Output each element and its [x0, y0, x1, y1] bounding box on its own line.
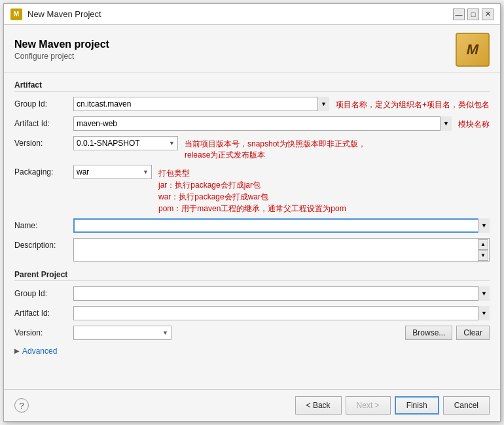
dialog-window: M New Maven Project — □ ✕ New Maven proj… [3, 3, 501, 422]
group-id-annotation: 项目名称，定义为组织名+项目名，类似包名 [336, 97, 490, 110]
wizard-header: New Maven project Configure project M [4, 25, 500, 73]
artifact-section-title: Artifact [14, 80, 490, 92]
description-input[interactable] [73, 238, 490, 262]
wizard-title: New Maven project [14, 39, 109, 50]
parent-artifact-id-row: Artifact Id: ▼ [14, 306, 490, 322]
parent-group-id-label: Group Id: [14, 286, 73, 298]
artifact-id-annotation: 模块名称 [458, 116, 490, 130]
finish-button[interactable]: Finish [395, 396, 439, 415]
version-label: Version: [14, 136, 73, 148]
artifact-id-combo: ▼ [73, 116, 452, 131]
maven-logo: M [456, 33, 490, 67]
description-row: Description: ▲ ▼ [14, 238, 490, 264]
footer-left: ? [14, 398, 29, 413]
version-annotation: 当前项目版本号，snapshot为快照版本即非正式版， release为正式发布… [185, 136, 366, 161]
content-area: New Maven project Configure project M Ar… [4, 25, 500, 389]
group-id-row: Group Id: ▼ 项目名称，定义为组织名+项目名，类似包名 [14, 97, 490, 112]
name-dropdown-button[interactable]: ▼ [478, 218, 490, 233]
advanced-arrow-icon: ▶ [14, 347, 20, 354]
description-label: Description: [14, 238, 73, 250]
title-bar-left: M New Maven Project [10, 8, 101, 20]
version-row: Version: 0.0.1-SNAPSHOT ▼ 当前项目版本号，snapsh… [14, 136, 490, 161]
cancel-button[interactable]: Cancel [443, 396, 490, 415]
description-scroll-up[interactable]: ▲ [478, 239, 488, 250]
title-controls: — □ ✕ [453, 8, 494, 20]
clear-button[interactable]: Clear [456, 326, 490, 340]
close-button[interactable]: ✕ [482, 8, 494, 20]
advanced-row[interactable]: ▶ Advanced [14, 347, 490, 356]
parent-section-title: Parent Project [14, 270, 490, 281]
name-label: Name: [14, 218, 73, 230]
parent-group-id-row: Group Id: ▼ [14, 286, 490, 302]
parent-version-label: Version: [14, 326, 73, 337]
next-button[interactable]: Next > [346, 396, 391, 415]
advanced-label: Advanced [22, 347, 57, 356]
packaging-dropdown-button[interactable]: ▼ [143, 169, 149, 175]
parent-artifact-id-label: Artifact Id: [14, 306, 73, 318]
browse-button[interactable]: Browse... [405, 326, 452, 340]
version-value: 0.0.1-SNAPSHOT [77, 139, 140, 148]
group-id-label: Group Id: [14, 97, 73, 109]
name-row: Name: ▼ [14, 218, 490, 234]
artifact-id-input[interactable] [73, 116, 452, 131]
artifact-id-label: Artifact Id: [14, 116, 73, 128]
packaging-label: Packaging: [14, 165, 73, 177]
group-id-dropdown-button[interactable]: ▼ [317, 97, 329, 111]
name-combo: ▼ [73, 218, 490, 233]
artifact-id-dropdown-button[interactable]: ▼ [440, 116, 452, 131]
group-id-input[interactable] [73, 97, 329, 111]
restore-button[interactable]: □ [467, 8, 479, 20]
footer-buttons: < Back Next > Finish Cancel [295, 396, 490, 415]
back-button[interactable]: < Back [295, 396, 342, 415]
parent-group-id-combo: ▼ [73, 286, 490, 301]
packaging-value: war [77, 167, 89, 177]
parent-section: Parent Project Group Id: ▼ Artifact Id: … [14, 270, 490, 341]
parent-group-id-dropdown-button[interactable]: ▼ [478, 286, 490, 301]
footer: ? < Back Next > Finish Cancel [4, 389, 500, 421]
parent-artifact-id-combo: ▼ [73, 306, 490, 320]
dialog-title: New Maven Project [27, 9, 101, 19]
main-content: Artifact Group Id: ▼ 项目名称，定义为组织名+项目名，类似包… [4, 73, 500, 389]
packaging-annotation: 打包类型 jar：执行package会打成jar包 war：执行package会… [158, 165, 346, 214]
group-id-combo: ▼ [73, 97, 329, 111]
version-dropdown-button[interactable]: ▼ [169, 140, 175, 146]
packaging-row: Packaging: war ▼ 打包类型 jar：执行package会打成ja… [14, 165, 490, 214]
wizard-header-left: New Maven project Configure project [14, 39, 109, 61]
name-input[interactable] [73, 218, 490, 233]
parent-version-row: Version: ▼ Browse... Clear [14, 326, 490, 341]
parent-group-id-input[interactable] [73, 286, 490, 301]
parent-artifact-id-dropdown-button[interactable]: ▼ [478, 306, 490, 320]
app-icon: M [10, 8, 22, 20]
parent-artifact-id-input[interactable] [73, 306, 490, 320]
minimize-button[interactable]: — [453, 8, 465, 20]
description-scroll-down[interactable]: ▼ [478, 250, 488, 261]
wizard-subtitle: Configure project [14, 52, 109, 61]
help-button[interactable]: ? [14, 398, 29, 413]
artifact-id-row: Artifact Id: ▼ 模块名称 [14, 116, 490, 132]
parent-version-dropdown-button[interactable]: ▼ [162, 330, 168, 336]
title-bar: M New Maven Project — □ ✕ [4, 4, 500, 25]
